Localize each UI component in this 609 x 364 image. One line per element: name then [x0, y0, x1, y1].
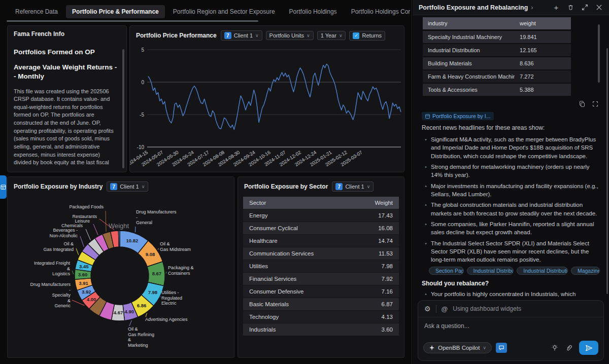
industry-exposure-donut-chart[interactable]: 10.829.088.677.986.864.904.674.003.923.9… [8, 195, 234, 358]
table-header-row: industryweight [423, 17, 571, 29]
close-icon[interactable] [595, 4, 603, 12]
table-row[interactable]: Building Materials8.636 [423, 57, 571, 69]
table-row[interactable]: Technology4.13 [243, 311, 399, 323]
widget-side-tab[interactable] [0, 175, 7, 199]
chevron-down-icon: ∨ [142, 184, 145, 189]
bullet-item: Some companies, like Parker Hannifin, re… [424, 220, 600, 237]
bullet-item: The Industrial Select Sector SPDR (XLI) … [424, 239, 600, 264]
donut-external-label: & [128, 337, 131, 342]
table-row[interactable]: Energy17.43 [243, 209, 399, 222]
table-row[interactable]: Consumer Cyclical16.08 [243, 222, 399, 234]
client-select[interactable]: 7 Client 1 ∨ [332, 181, 374, 192]
table-row[interactable]: Communication Services11.53 [243, 247, 399, 260]
bullet-item: Strong demand for metalworking machinery… [424, 163, 600, 179]
chat-input[interactable]: Ask a question... [418, 317, 603, 341]
donut-external-label: Electric [161, 301, 177, 306]
citation-chip[interactable]: Industrial Distribution [467, 267, 514, 275]
client-select[interactable]: 7 Client 1 ∨ [107, 181, 148, 192]
donut-external-label: Integrated Freight [34, 261, 71, 266]
donut-external-label: Oil & [63, 241, 74, 246]
suggestions-icon[interactable] [551, 344, 559, 352]
copilot-side-panel: Portfolio Exposure and Rebalancing › + i… [413, 0, 609, 364]
slice-value-label: 4.00 [87, 297, 96, 302]
returns-label: Returns [362, 32, 382, 39]
bullet-item: The global construction materials and in… [424, 201, 600, 217]
send-button[interactable] [579, 341, 598, 355]
label-leader-line [129, 320, 131, 326]
donut-slice[interactable] [118, 231, 120, 247]
checkbox-checked-icon[interactable]: ✓ [353, 32, 359, 39]
capture-icon[interactable] [591, 100, 599, 108]
mention-icon[interactable]: @ [442, 305, 448, 313]
paperclip-icon[interactable] [565, 344, 573, 352]
donut-external-label: Drug Manufacturers [136, 209, 177, 214]
table-row[interactable]: Basic Materials6.87 [243, 298, 399, 310]
table-row[interactable]: Healthcare14.74 [243, 235, 399, 247]
returns-toggle[interactable]: ✓ Returns [349, 31, 385, 41]
add-icon[interactable]: + [552, 4, 560, 12]
tab-portfolio-holdings-correlations[interactable]: Portfolio Holdings Correlations [345, 5, 410, 18]
table-row[interactable]: Specialty Industrial Machinery19.841 [423, 31, 571, 43]
model-selector[interactable]: OpenBB Copilot ∨ [423, 342, 492, 353]
cell-label: Energy [243, 209, 366, 222]
chat-context-label: Using dashboard widgets [453, 305, 521, 312]
table-row[interactable]: Industrial Distribution12.165 [423, 44, 571, 56]
table-scrollbar[interactable] [598, 24, 600, 83]
panel-scrollbar[interactable] [606, 48, 608, 294]
chat-toolbar: ⚙ @ Using dashboard widgets [418, 301, 603, 317]
svg-text:-10: -10 [137, 144, 145, 150]
units-select[interactable]: Portfolio Units ∨ [266, 31, 314, 40]
fama-heading-1: Portfolios Formed on OP [14, 48, 118, 57]
slice-value-label: 4.90 [125, 309, 134, 314]
price-performance-line-chart[interactable]: 50-5-102024-04-152024-05-072024-05-30202… [130, 44, 404, 172]
citation-chip[interactable]: Magazine [571, 267, 600, 275]
expand-icon[interactable] [581, 4, 589, 12]
cell-label: Financial Services [243, 273, 366, 285]
donut-external-label: Gas Refining [128, 332, 154, 337]
table-row[interactable]: Consumer Defensive7.16 [243, 285, 399, 298]
table-row[interactable]: Farm & Heavy Construction Machinery7.272 [423, 70, 571, 83]
donut-external-label: Specialty [52, 293, 71, 298]
donut-external-label: Leisure [75, 219, 90, 224]
fama-vertical-scrollbar[interactable] [122, 49, 124, 168]
toolbar-divider [436, 305, 436, 313]
widget-chip-icon [425, 114, 430, 119]
tab-portfolio-holdings[interactable]: Portfolio Holdings [283, 5, 343, 18]
donut-external-label: Logistics [52, 271, 71, 276]
trash-icon[interactable] [566, 4, 574, 12]
widget-source-chip[interactable]: Portfolio Exposure by I... [422, 112, 494, 120]
fama-french-info-panel: Fama French Info Portfolios Formed on OP… [7, 25, 127, 172]
table-row[interactable]: Tools & Accessories5.388 [423, 84, 571, 96]
industry-panel-title: Portfolio Exposure by Industry [14, 183, 103, 190]
cell-label: Building Materials [423, 57, 515, 69]
donut-external-label: - [69, 287, 71, 293]
widget-context-button[interactable] [496, 343, 507, 353]
cell-label: Utilities [243, 260, 366, 272]
donut-external-label: Gas Integrated [43, 247, 74, 252]
cell-label: Basic Materials [243, 298, 366, 310]
tab-portfolio-region-and-sector-exposure[interactable]: Portfolio Region and Sector Exposure [167, 5, 281, 18]
gear-icon[interactable]: ⚙ [424, 305, 431, 312]
copy-icon[interactable] [578, 100, 586, 108]
donut-external-label: Regulated [161, 296, 182, 301]
cell-value: 11.53 [366, 247, 399, 260]
range-select[interactable]: 1 Year ∨ [317, 31, 346, 40]
units-select-value: Portfolio Units [269, 32, 304, 39]
donut-external-label: Drug Manufacturers [30, 282, 71, 287]
table-row[interactable]: Financial Services7.92 [243, 273, 399, 285]
tab-portfolio-price-performance[interactable]: Portfolio Price & Performance [66, 5, 165, 18]
donut-external-label: & [67, 266, 70, 271]
table-row[interactable]: Industrials3.60 [243, 323, 399, 336]
bullet-item: Your portfolio is highly concentrated in… [424, 290, 600, 297]
client-select[interactable]: 7 Client 1 ∨ [221, 30, 262, 41]
chevron-right-icon[interactable]: › [531, 4, 533, 11]
tab-reference-data[interactable]: Reference Data [9, 5, 64, 18]
citation-chip[interactable]: Section Page [429, 267, 464, 275]
client-select-value: Client 1 [345, 184, 364, 190]
sector-panel-title: Portfolio Exposure by Sector [244, 183, 328, 190]
citation-chip[interactable]: Industrial Distribution ... [517, 267, 568, 275]
table-row[interactable]: Utilities7.98 [243, 260, 399, 272]
slice-value-label: 3.91 [79, 280, 88, 286]
tabbar-horizontal-scrollbar[interactable] [7, 20, 258, 22]
industry-exposure-panel: Portfolio Exposure by Industry 7 Client … [7, 176, 234, 358]
